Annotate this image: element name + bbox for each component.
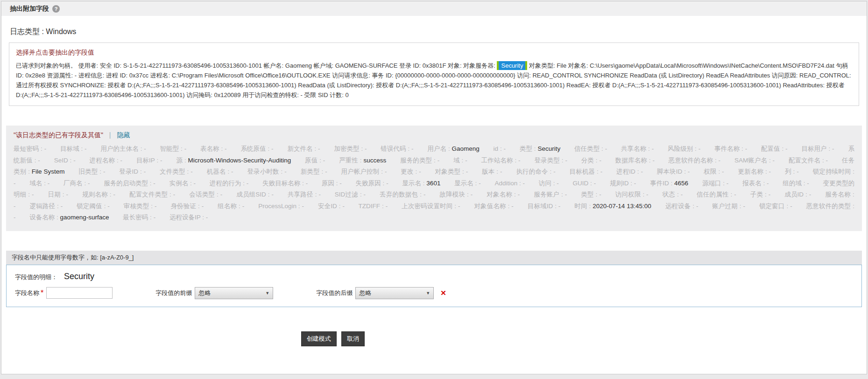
chevron-down-icon: ▼ <box>265 291 269 295</box>
field-item-label: 域名 <box>29 180 42 187</box>
field-item-label: 目标IP <box>136 157 155 164</box>
field-item-label: 严重性 <box>339 157 358 164</box>
field-item-label: 显示名 <box>402 180 421 187</box>
field-item-value: - <box>785 145 788 152</box>
field-item: 成员ID : - <box>784 191 823 198</box>
field-item-label: 文件类型 <box>160 168 185 175</box>
field-item: 目标域 : - <box>60 145 99 152</box>
field-item[interactable]: 严重性 : success <box>339 157 398 164</box>
suffix-dropdown[interactable]: 忽略 ▼ <box>355 287 434 299</box>
field-item-label: 远程设备IP <box>169 214 201 221</box>
field-item-value: - <box>306 180 308 187</box>
remove-row-icon[interactable]: ✕ <box>440 289 446 297</box>
field-item-label: SAM账户名 <box>734 157 767 164</box>
field-item-label: Addition <box>494 180 517 187</box>
field-item-label: 事件名称 <box>714 145 740 152</box>
field-item-label: 服务的启动类型 <box>104 180 148 187</box>
field-item: 锁定阈值 : - <box>77 203 122 210</box>
field-item-label: 失败目标名称 <box>262 180 300 187</box>
prefix-label: 字段值的前缀 <box>155 289 192 297</box>
field-item-label: 源端口 <box>702 180 721 187</box>
field-item-label: 组名称 <box>218 203 237 210</box>
field-name-input[interactable] <box>46 287 113 299</box>
field-item-value: - <box>767 180 769 187</box>
field-item-value: - <box>194 180 196 187</box>
field-item: 新文件名 : - <box>287 145 332 152</box>
field-item-label: 进程名称 <box>90 157 115 164</box>
field-item: 状态 : - <box>663 191 695 198</box>
field-item-value: - <box>61 203 63 210</box>
field-item-value: - <box>719 157 721 164</box>
field-item[interactable]: 事件ID : 4656 <box>650 180 700 187</box>
field-item[interactable]: 时间 : 2020-07-14 13:45:00 <box>574 203 663 210</box>
extraction-form: 字段值的明细： Security 字段名称 * 字段值的前缀 忽略 ▼ 字段值的… <box>6 265 862 307</box>
field-item-value: - <box>727 180 729 187</box>
field-item[interactable]: 用户名 : Gaomeng <box>427 145 491 152</box>
field-item-value: - <box>634 180 636 187</box>
field-item-label: 上次密码设置时间 <box>402 203 452 210</box>
log-type-label: 日志类型 : <box>10 28 44 35</box>
field-item-label: 工作站名称 <box>481 157 513 164</box>
field-item-label: 目标域ID <box>528 203 553 210</box>
field-item-label: 类型 <box>520 145 532 152</box>
field-item: 用户帐户控制 : - <box>341 168 399 175</box>
field-item-value: - <box>696 203 699 210</box>
log-message[interactable]: 已请求到对象的句柄。 使用者: 安全 ID: S-1-5-21-42271119… <box>16 61 852 100</box>
suffix-label: 字段值的后缀 <box>316 289 353 297</box>
selected-value-highlight[interactable]: Security <box>497 61 527 70</box>
field-item-value: - <box>558 203 561 210</box>
field-item-value: - <box>809 191 812 198</box>
field-item-label: 系统原值 <box>240 145 266 152</box>
field-item-label: 目标用户 <box>801 145 826 152</box>
field-item-label: 逻辑路径 <box>29 203 55 210</box>
field-item-value: - <box>565 157 567 164</box>
field-item-value: - <box>184 145 187 152</box>
field-item-label: 目标机器 <box>570 168 595 175</box>
field-item[interactable]: 设备名称 : gaomeng-surface <box>29 214 121 221</box>
selected-value-text[interactable]: Security <box>499 61 525 70</box>
field-item[interactable]: 源 : Microsoft-Windows-Security-Auditing <box>176 157 303 164</box>
help-icon[interactable]: ? <box>52 5 60 13</box>
field-item-label: 脚本块ID <box>657 168 682 175</box>
field-item-value: 4656 <box>674 180 688 187</box>
field-item-value: - <box>681 191 683 198</box>
field-item-label: 配置文件名 <box>789 157 820 164</box>
create-pattern-button[interactable]: 创建模式 <box>301 331 337 346</box>
hide-link[interactable]: 隐藏 <box>117 131 130 139</box>
field-item-label: 组的域 <box>783 180 802 187</box>
field-item-label: 实例名 <box>169 180 189 187</box>
cancel-button[interactable]: 取消 <box>341 331 365 346</box>
field-item-label: SID过滤 <box>335 191 358 198</box>
field-item-value: - <box>48 180 50 187</box>
field-item-value: - <box>318 145 320 152</box>
field-item: 事件名称 : - <box>714 145 759 152</box>
field-item: 会话类型 : - <box>189 191 234 198</box>
field-item-value: - <box>599 157 601 164</box>
field-item: 原值 : - <box>305 157 337 164</box>
prefix-dropdown[interactable]: 忽略 ▼ <box>195 287 273 299</box>
field-item-value: - <box>339 180 342 187</box>
field-item: 最长密码 : - <box>123 214 168 221</box>
field-item-label: 失败原因 <box>356 180 381 187</box>
field-item-label: 身份验证 <box>170 203 196 210</box>
field-item-label: 智能型 <box>160 145 179 152</box>
field-item: 对象类型 : - <box>435 168 480 175</box>
field-item: 数据库名称 : - <box>615 157 667 164</box>
field-item-label: 访问权限 <box>615 191 641 198</box>
field-item-label: 对象值名称 <box>474 203 506 210</box>
field-item-label: 日期 <box>48 191 61 198</box>
field-item-value: - <box>745 145 748 152</box>
field-item-label: 厂商名 <box>64 180 83 187</box>
field-item[interactable]: 类型 : Security <box>520 145 572 152</box>
field-item-label: 机器名 <box>207 168 226 175</box>
log-message-before[interactable]: 已请求到对象的句柄。 使用者: 安全 ID: S-1-5-21-42271119… <box>16 62 497 69</box>
field-item-label: 新文件名 <box>287 145 312 152</box>
field-item: 目标域ID : - <box>528 203 573 210</box>
field-item: 配置文件名 : - <box>789 157 840 164</box>
field-item[interactable]: 显示名 : 3601 <box>402 180 452 187</box>
field-item-value: - <box>323 157 325 164</box>
field-item-value: - <box>38 157 40 164</box>
field-item: 逻辑路径 : - <box>29 203 75 210</box>
field-item-value: - <box>500 168 502 175</box>
field-item: 用户的主体名 : - <box>100 145 158 152</box>
